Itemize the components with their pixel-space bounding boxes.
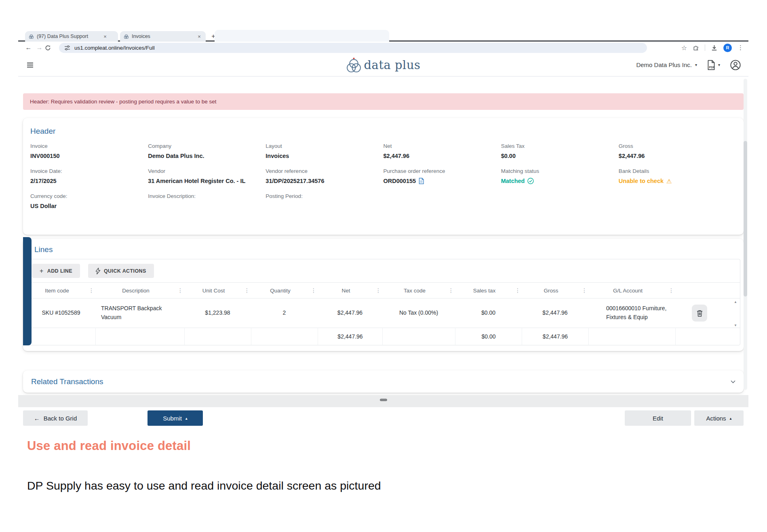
column-header-actions [675,283,724,298]
column-header-label: Unit Cost [184,288,243,294]
user-account-icon[interactable] [730,59,741,71]
lightning-icon [96,268,100,274]
scroll-down-icon[interactable]: ▼ [734,324,737,327]
site-settings-icon[interactable] [64,45,70,50]
action-footer: ← Back to Grid Submit ▴ Edit Actions ▴ [18,407,748,426]
lines-toolbar: + ADD LINE QUICK ACTIONS [27,259,740,282]
field-value: US Dollar [30,202,148,210]
tab-title: Invoices [132,34,194,39]
header-field: InvoiceINV000150 [30,143,148,160]
trash-icon [697,310,703,317]
edit-button[interactable]: Edit [625,410,691,426]
tab-data-plus-support[interactable]: (97) Data Plus Support × [25,31,118,42]
cell-item-code: SKU #1052589 [27,306,95,320]
column-header: Gross⋮ [522,283,588,298]
back-icon[interactable]: ← [23,44,34,51]
table-scrollbar[interactable]: ▲ ▼ [733,300,738,327]
svg-text:PDF: PDF [709,65,715,68]
header-field: Matching statusMatched [501,168,619,185]
header-field: Posting Period: [266,193,383,210]
column-menu-icon[interactable]: ⋮ [447,287,455,294]
profile-avatar[interactable]: R [723,44,732,52]
company-selector[interactable]: Demo Data Plus Inc. ▾ [636,61,697,68]
horizontal-scroll-thumb[interactable] [380,399,387,401]
back-to-grid-button[interactable]: ← Back to Grid [23,410,88,426]
lines-table-container: + ADD LINE QUICK ACTIONS Item code⋮Descr… [26,259,740,345]
column-menu-icon[interactable]: ⋮ [243,287,251,294]
submit-button[interactable]: Submit ▴ [148,410,203,426]
related-transactions-section[interactable]: Related Transactions [23,370,744,393]
menu-hamburger-icon[interactable] [25,61,35,69]
logo-text: data plus [364,58,421,72]
download-icon[interactable] [711,44,718,51]
tab-invoices[interactable]: Invoices × [120,31,206,42]
tab-favicon [124,34,129,39]
field-label: Bank Details [619,168,736,174]
quick-actions-button[interactable]: QUICK ACTIONS [88,264,154,278]
field-value: Matched [501,177,619,185]
browser-menu-icon[interactable]: ⋮ [738,44,744,51]
column-menu-icon[interactable]: ⋮ [374,287,382,294]
cell-tax-code: No Tax (0.00%) [382,306,455,320]
alert-message: Header: Requires validation review - pos… [30,99,217,105]
back-arrow-icon: ← [34,415,40,422]
column-menu-icon[interactable]: ⋮ [514,287,522,294]
tab-close-icon[interactable]: × [102,34,108,40]
scroll-up-icon[interactable]: ▲ [734,300,737,304]
column-header-label: Sales tax [455,288,514,294]
column-header: Unit Cost⋮ [184,283,251,298]
header-field: LayoutInvoices [266,143,383,160]
address-bar[interactable]: us1.compleat.online/Invoices/Full [59,43,647,53]
horizontal-scroll-strip [18,395,748,407]
column-menu-icon[interactable]: ⋮ [580,287,588,294]
tab-active-blank[interactable] [215,30,389,42]
header-field: CompanyDemo Data Plus Inc. [148,143,266,160]
extensions-icon[interactable] [693,44,699,51]
delete-line-button[interactable] [692,305,707,322]
bookmark-star-icon[interactable]: ☆ [681,44,687,52]
page-scrollbar[interactable] [744,79,747,390]
field-label: Company [148,143,266,149]
header-fields-grid: InvoiceINV000150CompanyDemo Data Plus In… [30,143,736,210]
column-menu-icon[interactable]: ⋮ [667,287,675,294]
field-value [148,202,266,210]
total-spacer [95,328,184,345]
total-sales-tax: $0.00 [455,328,522,345]
add-line-button[interactable]: + ADD LINE [32,264,80,278]
tab-close-icon[interactable]: × [196,34,202,40]
page-scrollbar-thumb[interactable] [744,141,747,296]
browser-toolbar: ← → us1.compleat.online/Invoices/Full ☆ [18,42,748,54]
column-header-label: G/L Account [588,288,667,294]
column-menu-icon[interactable]: ⋮ [310,287,318,294]
venn-logo-icon [346,57,361,73]
column-menu-icon[interactable]: ⋮ [87,287,95,294]
field-value [266,202,383,210]
check-circle-icon [527,178,534,184]
header-section-title: Header [30,127,736,136]
chevron-down-icon[interactable] [729,378,737,386]
lines-totals-row: $2,447.96$0.00$2,447.96 [27,328,740,345]
column-header-label: Item code [27,288,87,294]
field-value-text: INV000150 [30,153,60,159]
cell-actions [675,302,724,324]
caption-block: Use and read invoice detail DP Supply ha… [27,439,381,492]
url-text: us1.compleat.online/Invoices/Full [74,45,155,51]
field-value-text: $2,447.96 [619,153,645,159]
side-drawer-tab[interactable] [23,237,32,345]
cell-sales-tax: $0.00 [455,306,522,320]
total-spacer [251,328,318,345]
actions-button[interactable]: Actions ▴ [694,410,744,426]
header-field: Invoice Date:2/17/2025 [30,168,148,185]
app-header-right: Demo Data Plus Inc. ▾ PDF ▾ [636,59,741,71]
reload-icon[interactable] [45,45,56,51]
column-header: Item code⋮ [27,283,95,298]
column-menu-icon[interactable]: ⋮ [176,287,184,294]
column-header-label: Tax code [382,288,447,294]
field-value: $0.00 [501,152,619,160]
export-pdf-button[interactable]: PDF ▾ [707,60,720,70]
field-value: 31 American Hotel Register Co. - IL [148,177,266,185]
toolbar-divider [705,44,705,51]
forward-icon[interactable]: → [34,44,45,51]
cell-gl-account: 00016600010 Furniture, Fixtures & Equip [588,302,675,324]
chevron-up-icon: ▴ [185,416,188,421]
